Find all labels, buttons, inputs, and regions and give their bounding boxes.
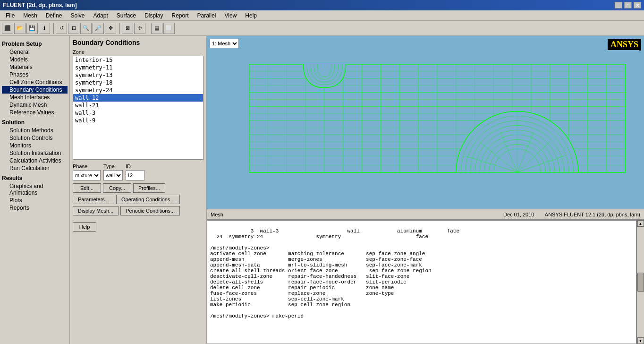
- sidebar-item-models[interactable]: Models: [2, 56, 68, 63]
- sidebar-item-mesh-interfaces[interactable]: Mesh Interfaces: [2, 94, 68, 101]
- menu-solve[interactable]: Solve: [67, 11, 88, 20]
- sidebar-item-solution-init[interactable]: Solution Initialization: [2, 149, 68, 157]
- content: Boundary Conditions Zone interior-15 sym…: [70, 36, 644, 344]
- titlebar-controls[interactable]: _ □ ✕: [615, 2, 641, 9]
- console[interactable]: 3 wall-3 wall aluminum face 24 symmetry-…: [207, 220, 636, 344]
- toolbar-fit[interactable]: ⊞: [68, 23, 79, 34]
- zone-symmetry-11[interactable]: symmetry-11: [73, 64, 203, 71]
- zone-wall-12[interactable]: wall-12: [73, 94, 203, 102]
- mesh-view-select[interactable]: 1: Mesh: [210, 39, 239, 48]
- sidebar-item-boundary[interactable]: Boundary Conditions: [2, 86, 68, 94]
- scroll-up[interactable]: ▲: [637, 220, 644, 227]
- sidebar-item-dynamic-mesh[interactable]: Dynamic Mesh: [2, 101, 68, 109]
- toolbar-zoom2[interactable]: ⊠: [122, 23, 133, 34]
- sidebar-item-solution-controls[interactable]: Solution Controls: [2, 134, 68, 142]
- periodic-button[interactable]: Periodic Conditions...: [120, 206, 180, 215]
- type-select[interactable]: wall: [103, 170, 123, 181]
- zone-list[interactable]: interior-15 symmetry-11 symmetry-13 symm…: [73, 56, 203, 160]
- console-content: 3 wall-3 wall aluminum face 24 symmetry-…: [210, 228, 459, 319]
- toolbar-zoomin[interactable]: 🔍: [80, 23, 92, 34]
- btn-row-2: Parameters... Operating Conditions...: [73, 195, 203, 204]
- toolbar-pan[interactable]: ☩: [134, 23, 145, 34]
- zone-symmetry-13[interactable]: symmetry-13: [73, 71, 203, 79]
- zone-symmetry-24[interactable]: symmetry-24: [73, 86, 203, 94]
- zone-wall-3[interactable]: wall-3: [73, 109, 203, 117]
- problem-setup-header: Problem Setup: [2, 41, 68, 47]
- minimize-button[interactable]: _: [615, 2, 622, 9]
- toolbar-new[interactable]: ⬛: [2, 23, 13, 34]
- menu-adapt[interactable]: Adapt: [89, 11, 111, 20]
- zone-wall-21[interactable]: wall-21: [73, 102, 203, 109]
- menu-surface[interactable]: Surface: [113, 11, 140, 20]
- sidebar-item-graphics[interactable]: Graphics and Animations: [2, 182, 68, 197]
- svg-rect-0: [230, 50, 639, 196]
- sidebar-item-monitors[interactable]: Monitors: [2, 142, 68, 149]
- mesh-date: Dec 01, 2010: [503, 212, 534, 217]
- id-label: ID: [126, 163, 144, 169]
- maximize-button[interactable]: □: [624, 2, 632, 9]
- menu-define[interactable]: Define: [42, 11, 66, 20]
- toolbar-save[interactable]: 💾: [26, 23, 38, 34]
- console-scrollbar[interactable]: ▲ ▼: [636, 220, 644, 344]
- btn-row-1: Edit... Copy... Profiles...: [73, 183, 203, 193]
- titlebar: FLUENT [2d, dp, pbns, lam] _ □ ✕: [0, 0, 644, 10]
- sidebar-item-plots[interactable]: Plots: [2, 197, 68, 204]
- edit-button[interactable]: Edit...: [73, 183, 101, 193]
- zone-wall-9[interactable]: wall-9: [73, 117, 203, 124]
- sidebar-item-run-calc[interactable]: Run Calculation: [2, 164, 68, 172]
- sidebar-item-calc-activities[interactable]: Calculation Activities: [2, 157, 68, 164]
- sidebar-item-cell-zone[interactable]: Cell Zone Conditions: [2, 78, 68, 86]
- right-panel: 1: Mesh ANSYS: [207, 36, 644, 344]
- results-header: Results: [2, 175, 68, 181]
- mesh-drawing: [230, 50, 639, 196]
- toolbar-zoomout[interactable]: 🔎: [93, 23, 104, 34]
- sidebar-item-reference[interactable]: Reference Values: [2, 109, 68, 116]
- sidebar-item-reports[interactable]: Reports: [2, 204, 68, 212]
- phase-col: Phase mixture: [73, 163, 101, 181]
- menu-parallel[interactable]: Parallel: [194, 11, 220, 20]
- toolbar-open[interactable]: 📂: [14, 23, 25, 34]
- toolbar-nav[interactable]: ↺: [56, 23, 67, 34]
- solution-header: Solution: [2, 119, 68, 126]
- mesh-dropdown[interactable]: 1: Mesh: [210, 39, 239, 48]
- pti-row: Phase mixture Type wall ID: [73, 163, 203, 181]
- toolbar-move[interactable]: ✥: [105, 23, 116, 34]
- menu-mesh[interactable]: Mesh: [19, 11, 41, 20]
- menu-report[interactable]: Report: [168, 11, 192, 20]
- zone-interior-15[interactable]: interior-15: [73, 56, 203, 64]
- menu-file[interactable]: File: [2, 11, 18, 20]
- parameters-button[interactable]: Parameters...: [73, 195, 114, 204]
- toolbar-sep3: [147, 23, 149, 34]
- scroll-thumb[interactable]: [637, 273, 644, 292]
- display-mesh-button[interactable]: Display Mesh...: [73, 206, 119, 215]
- operating-button[interactable]: Operating Conditions...: [116, 195, 180, 204]
- type-col: Type wall: [103, 163, 123, 181]
- close-button[interactable]: ✕: [634, 2, 641, 9]
- sidebar-item-solution-methods[interactable]: Solution Methods: [2, 127, 68, 134]
- id-input[interactable]: [126, 170, 144, 181]
- scroll-down[interactable]: ▼: [637, 337, 644, 344]
- toolbar-info[interactable]: ℹ: [39, 23, 50, 34]
- ansys-logo: ANSYS: [608, 39, 641, 51]
- bc-panel: Boundary Conditions Zone interior-15 sym…: [70, 36, 207, 344]
- phase-label: Phase: [73, 163, 101, 169]
- toolbar-render[interactable]: ▤: [151, 23, 162, 34]
- btn-row-3: Display Mesh... Periodic Conditions...: [73, 206, 203, 215]
- type-label: Type: [103, 163, 123, 169]
- menu-view[interactable]: View: [221, 11, 241, 20]
- copy-button[interactable]: Copy...: [103, 183, 131, 193]
- titlebar-title: FLUENT [2d, dp, pbns, lam]: [3, 2, 77, 9]
- phase-select[interactable]: mixture: [73, 170, 101, 181]
- menu-display[interactable]: Display: [141, 11, 167, 20]
- toolbar-display[interactable]: ⬜: [163, 23, 175, 34]
- sidebar-item-general[interactable]: General: [2, 48, 68, 56]
- help-button[interactable]: Help: [73, 222, 96, 232]
- toolbar: ⬛ 📂 💾 ℹ ↺ ⊞ 🔍 🔎 ✥ ⊠ ☩ ▤ ⬜: [0, 21, 644, 36]
- main-area: Problem Setup General Models Materials P…: [0, 36, 644, 344]
- profiles-button[interactable]: Profiles...: [133, 183, 165, 193]
- sidebar-item-phases[interactable]: Phases: [2, 71, 68, 78]
- sidebar-item-materials[interactable]: Materials: [2, 63, 68, 71]
- zone-label: Zone: [73, 49, 203, 55]
- menu-help[interactable]: Help: [241, 11, 261, 20]
- zone-symmetry-18[interactable]: symmetry-18: [73, 79, 203, 86]
